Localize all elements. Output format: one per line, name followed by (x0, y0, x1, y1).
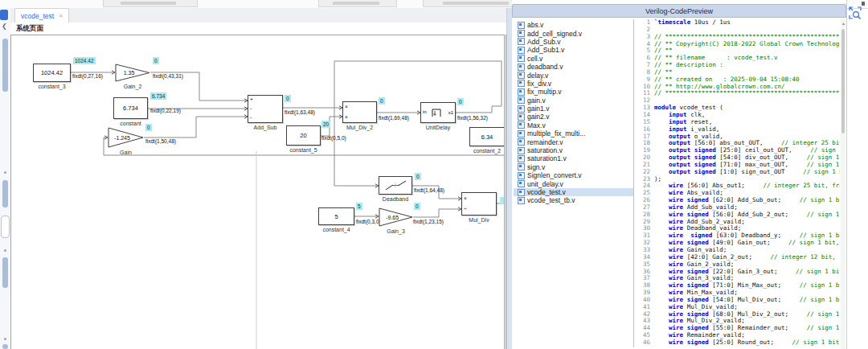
fixdt-label-constant_5: fixdt(0,5,0) (321, 135, 346, 141)
scrollbar-arrow[interactable] (4, 249, 6, 252)
fixdt-label-Mul_Div_2: fixdt(1,69,48) (379, 115, 409, 121)
block-Deadband[interactable] (379, 176, 412, 195)
block-constant_3[interactable]: 1024.42 (33, 64, 71, 82)
collapse-left-icon[interactable]: ❮ (2, 23, 7, 30)
file-item-sign-v[interactable]: sign.v (514, 163, 633, 171)
file-item-fix-multip-v[interactable]: fix_multip.v (514, 88, 633, 96)
value-badge-Mul_Div (500, 197, 505, 204)
file-name: saturation1.v (527, 154, 567, 162)
toolbar-button-cropped[interactable] (103, 0, 198, 7)
file-item-vcode-test-tb-v[interactable]: vcode_test_tb.v (514, 196, 633, 204)
line-number: 2 (634, 27, 654, 34)
file-item-multiple-fix-multi-[interactable]: multiple_fix_multi... (514, 129, 633, 138)
diagram-canvas[interactable]: 1024.42constant_31024.42fixdt(0,27,16)1.… (10, 35, 505, 349)
block-UnitDelay[interactable]: inx1 (420, 102, 456, 123)
block-constant[interactable]: 6.734 (113, 97, 148, 119)
fixdt-label-Add_Sub: fixdt(1,63,48) (285, 109, 315, 115)
block-Mul_Div[interactable]: ×÷ (461, 192, 497, 216)
block-Mul_Div_2[interactable]: ×× (342, 101, 377, 123)
value-badge-constant_4: 5 (356, 203, 362, 210)
gain-triangle-icon: -1.245 (108, 127, 144, 148)
scroll-up-icon[interactable]: ▲ (841, 21, 845, 26)
file-name: abs.v (527, 21, 543, 29)
file-item-Add-Sub1-v[interactable]: Add_Sub1.v (514, 46, 633, 54)
verilog-file-icon (518, 88, 525, 96)
rail-outline-box[interactable] (1, 216, 10, 238)
file-item-gain-v[interactable]: gain.v (514, 96, 633, 105)
verilog-file-icon (518, 130, 525, 138)
verilog-code-panel: Verilog-CodePreview abs.vadd_cell_signed… (512, 0, 847, 349)
file-item-delay-v[interactable]: delay.v (514, 71, 633, 79)
file-item-abs-v[interactable]: abs.v (514, 21, 633, 29)
tab-vcode-test[interactable]: vcode_test × (14, 8, 69, 24)
fixdt-label-constant_4: fixdt(0,3,0) (356, 219, 381, 224)
code-text: // *************************************… (654, 90, 840, 97)
scrollbar-arrow[interactable] (4, 171, 6, 174)
rail-tab-chip[interactable] (0, 10, 8, 20)
file-item-saturation1-v[interactable]: saturation1.v (514, 154, 633, 162)
block-Add_Sub[interactable]: +-- (248, 95, 283, 123)
file-item-cell-v[interactable]: cell.v (514, 55, 633, 63)
file-item-saturation-v[interactable]: saturation.v (514, 146, 633, 154)
scrollbar-thumb[interactable] (2, 39, 8, 92)
block-constant_4[interactable]: 5 (318, 207, 354, 225)
breadcrumb[interactable]: 系统页面 (16, 24, 43, 34)
block-value: 6.734 (114, 98, 147, 118)
block-Gain_3[interactable]: -9.65 (379, 207, 413, 227)
file-name: fix_multip.v (527, 88, 562, 96)
deadband-icon (379, 177, 411, 194)
file-item-add-cell-signed-v[interactable]: add_cell_signed.v (514, 29, 633, 37)
block-value: 20 (287, 126, 320, 145)
verilog-file-icon (518, 47, 525, 54)
toolbar-button-cropped[interactable] (318, 0, 397, 7)
block-constant_2[interactable]: 6.34 (469, 127, 505, 146)
block-constant_5[interactable]: 20 (286, 125, 321, 146)
scrollbar-thumb[interactable] (2, 344, 8, 349)
tab-label: vcode_test (21, 12, 54, 20)
code-line: 46 wire signed [25:0] Round_out; // sign… (634, 339, 840, 347)
block-label-Mul_Div_2: Mul_Div_2 (324, 125, 396, 130)
file-item-fix-div-v[interactable]: fix_div.v (514, 80, 633, 88)
verilog-file-icon (518, 121, 525, 129)
unitdelay-in-label: in (423, 109, 427, 114)
verilog-file-icon (518, 197, 525, 204)
code-text: wire signed [25:0] Round_out; // sign 1 … (654, 339, 840, 347)
file-item-remainder-v[interactable]: remainder.v (514, 138, 633, 146)
value-badge-constant_3: 1024.42 (73, 57, 96, 64)
fixdt-label-constant: fixdt(0,22,19) (150, 108, 181, 113)
scrollbar-arrow[interactable] (4, 338, 6, 340)
block-value: 1024.42 (34, 64, 70, 81)
verilog-file-icon (518, 55, 525, 62)
file-item-gain2-v[interactable]: gain2.v (514, 113, 633, 121)
expand-preview-icon[interactable] (849, 6, 862, 19)
block-Gain_2[interactable]: 1.35 (115, 64, 150, 82)
block-Gain[interactable]: -1.245 (108, 127, 144, 148)
file-name: sign.v (527, 163, 545, 171)
block-label-Gain_3: Gain_3 (360, 228, 432, 234)
line-number: 1 (634, 19, 654, 27)
verilog-file-icon (518, 113, 525, 121)
verilog-file-icon (518, 180, 525, 187)
file-name: gain2.v (527, 113, 549, 121)
file-name: gain.v (527, 96, 546, 105)
code-scroll-thumb[interactable] (841, 29, 845, 133)
verilog-file-icon (518, 22, 525, 29)
tab-close-icon[interactable]: × (59, 12, 63, 19)
scrollbar-thumb[interactable] (2, 257, 8, 288)
top-right-marker (862, 2, 865, 6)
fixdt-label-UnitDelay: fixdt(1,56,32) (457, 115, 488, 121)
unit-delay-icon (431, 106, 444, 119)
file-item-unit-delay-v[interactable]: unit_delay.v (514, 179, 633, 187)
file-item-gain1-v[interactable]: gain1.v (514, 105, 633, 113)
file-item-Add-Sub-v[interactable]: Add_Sub.v (514, 38, 633, 46)
file-item-Max-v[interactable]: Max.v (514, 121, 633, 129)
file-item-deadband-v[interactable]: deadband.v (514, 63, 633, 71)
block-ports: ×÷ (464, 193, 467, 215)
code-scrollbar[interactable]: ▲ (841, 19, 845, 349)
verilog-file-icon (518, 172, 525, 179)
file-item-vcode-test-v[interactable]: vcode_test.v (514, 188, 633, 196)
file-item-Signlen-convert-v[interactable]: Signlen_convert.v (514, 171, 633, 179)
value-badge-Gain_3: 0 (414, 203, 420, 210)
block-label-constant: constant (95, 121, 167, 126)
scrollbar-thumb[interactable] (2, 180, 8, 207)
